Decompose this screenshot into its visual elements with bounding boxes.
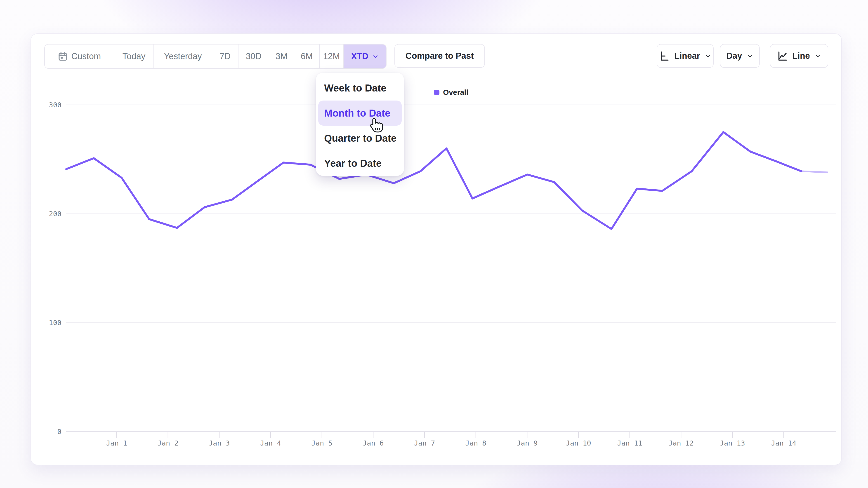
line-dropdown-label: Line	[792, 51, 810, 61]
x-axis-label: Jan 11	[617, 439, 643, 447]
chevron-down-icon	[372, 53, 379, 60]
range-segment-7d[interactable]: 7D	[212, 44, 238, 68]
hand-pointer-icon	[368, 118, 383, 133]
menu-item-year-to-date[interactable]: Year to Date	[316, 151, 404, 176]
range-segment-6m[interactable]: 6M	[294, 44, 319, 68]
range-segment-12m[interactable]: 12M	[319, 44, 343, 68]
range-segment-label: 30D	[246, 52, 261, 61]
x-axis-label: Jan 10	[566, 439, 591, 447]
x-axis-label: Jan 1	[106, 439, 127, 447]
x-axis-label: Jan 4	[260, 439, 281, 447]
legend-swatch-icon	[434, 90, 439, 95]
range-segment-yesterday[interactable]: Yesterday	[153, 44, 212, 68]
day-dropdown-button[interactable]: Day	[720, 44, 760, 68]
x-axis-label: Jan 8	[465, 439, 486, 447]
range-segment-label: XTD	[351, 52, 368, 61]
linear-dropdown-label: Linear	[674, 51, 700, 61]
date-range-segmented-control: CustomTodayYesterday7D30D3M6M12MXTD	[44, 44, 386, 69]
chart-legend: Overall	[434, 88, 468, 97]
range-segment-label: Today	[123, 52, 145, 61]
range-segment-today[interactable]: Today	[114, 44, 153, 68]
range-segment-xtd[interactable]: XTD	[343, 44, 386, 68]
menu-item-month-to-date[interactable]: Month to Date	[318, 101, 402, 126]
x-axis-label: Jan 7	[414, 439, 435, 447]
line-chart: 0100200300Jan 1Jan 2Jan 3Jan 4Jan 5Jan 6…	[0, 0, 868, 488]
range-segment-3m[interactable]: 3M	[269, 44, 294, 68]
menu-item-quarter-to-date[interactable]: Quarter to Date	[316, 126, 404, 151]
xtd-dropdown-menu: Week to DateMonth to DateQuarter to Date…	[316, 73, 404, 176]
day-dropdown-label: Day	[726, 51, 742, 61]
range-segment-30d[interactable]: 30D	[238, 44, 269, 68]
y-axis-label: 300	[49, 101, 61, 109]
calendar-icon	[58, 52, 68, 61]
range-segment-label: 3M	[276, 52, 287, 61]
range-segment-label: 12M	[323, 52, 340, 61]
compare-to-past-button[interactable]: Compare to Past	[395, 44, 485, 68]
chevron-down-icon	[747, 53, 753, 59]
y-axis-label: 0	[57, 427, 61, 435]
range-segment-label: 7D	[220, 52, 231, 61]
range-segment-label: Yesterday	[164, 52, 202, 61]
range-segment-label: 6M	[301, 52, 313, 61]
chevron-down-icon	[705, 53, 711, 59]
legend-label: Overall	[443, 88, 468, 97]
compare-to-past-label: Compare to Past	[405, 51, 474, 61]
x-axis-label: Jan 12	[669, 439, 694, 447]
line-dropdown-button[interactable]: Line	[770, 44, 828, 68]
range-segment-label: Custom	[71, 52, 101, 61]
x-axis-label: Jan 5	[311, 439, 332, 447]
chevron-down-icon	[814, 53, 821, 59]
axis-scale-icon	[659, 51, 670, 61]
x-axis-label: Jan 3	[209, 439, 230, 447]
range-segment-custom[interactable]: Custom	[45, 44, 114, 68]
line-chart-icon	[777, 51, 788, 61]
y-axis-label: 100	[49, 319, 61, 327]
x-axis-label: Jan 13	[720, 439, 745, 447]
x-axis-label: Jan 14	[771, 439, 796, 447]
x-axis-label: Jan 9	[517, 439, 537, 447]
linear-dropdown-button[interactable]: Linear	[657, 44, 714, 68]
x-axis-label: Jan 6	[363, 439, 383, 447]
menu-item-week-to-date[interactable]: Week to Date	[316, 75, 404, 101]
x-axis-label: Jan 2	[157, 439, 178, 447]
y-axis-label: 200	[49, 210, 61, 218]
